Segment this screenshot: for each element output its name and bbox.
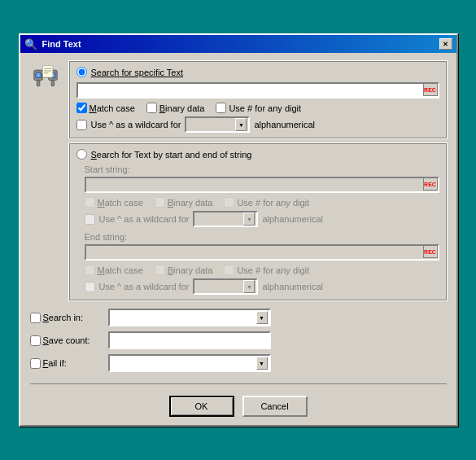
end-string-checkbox-row: Match case Binary data Use # for any dig… (85, 265, 439, 275)
separator (30, 383, 447, 384)
start-wildcard-combo-arrow: ▼ (243, 212, 255, 226)
search-in-combo-arrow[interactable]: ▼ (256, 311, 268, 324)
end-string-input-row: REC (85, 244, 439, 261)
title-bar-text: 🔍 Find Text (24, 38, 81, 50)
end-use-hash-label: Use # for any digit (237, 265, 309, 275)
search-in-row: Search in: ▼ (30, 309, 447, 326)
button-row: OK Cancel (30, 391, 447, 417)
search-in-checkbox[interactable] (30, 313, 41, 323)
start-binary-data-label: Binary data (168, 198, 213, 208)
start-use-hash-item: Use # for any digit (224, 197, 309, 208)
fail-if-label: Fail if: (43, 358, 67, 368)
specific-text-input-row: REC (76, 82, 439, 99)
start-string-label: Start string: (85, 164, 439, 174)
dialog-title: Find Text (42, 39, 81, 49)
svg-rect-3 (37, 81, 40, 86)
end-wildcard-combo-arrow: ▼ (243, 280, 255, 293)
start-use-hash-label: Use # for any digit (237, 198, 309, 208)
svg-point-5 (35, 72, 41, 78)
end-wildcard-suffix: alphanumerical (262, 282, 323, 291)
end-wildcard-combo: ▼ (193, 278, 258, 295)
title-bar: 🔍 Find Text (20, 35, 456, 53)
fail-if-combo-arrow[interactable]: ▼ (256, 357, 268, 370)
specific-wildcard-combo[interactable]: ▼ (185, 116, 250, 133)
specific-binary-data-item: Binary data (146, 103, 205, 113)
specific-binary-data-checkbox[interactable] (146, 103, 157, 113)
start-wildcard-label: Use ^ as a wildcard for (99, 214, 190, 224)
specific-match-case-item: Match case (76, 103, 135, 113)
specific-binary-data-label: Binary data (159, 103, 205, 113)
content-column: Search for specific Text REC Match case (69, 61, 447, 305)
end-string-rec-btn[interactable]: REC (423, 245, 438, 258)
save-count-input[interactable] (108, 331, 271, 349)
specific-use-hash-checkbox[interactable] (216, 103, 226, 113)
fail-if-row: Fail if: ▼ (30, 354, 447, 372)
start-end-radio[interactable] (76, 149, 87, 160)
fail-if-combo[interactable]: ▼ (108, 354, 271, 372)
end-match-case-item: Match case (85, 265, 143, 275)
specific-use-hash-label: Use # for any digit (229, 103, 301, 113)
fail-if-label-group: Fail if: (30, 358, 103, 369)
start-match-case-checkbox[interactable] (85, 197, 95, 208)
end-match-case-label: Match case (98, 265, 143, 275)
start-use-hash-checkbox[interactable] (224, 197, 234, 208)
title-icon: 🔍 (24, 38, 37, 50)
start-wildcard-combo: ▼ (193, 211, 258, 227)
end-wildcard-row: Use ^ as a wildcard for ▼ alphanumerical (85, 278, 439, 295)
section-start-end-text: Search for Text by start and end of stri… (69, 143, 447, 300)
end-binary-data-label: Binary data (168, 265, 213, 275)
save-count-checkbox[interactable] (30, 335, 41, 346)
search-in-label-group: Search in: (30, 313, 103, 323)
main-layout: Search for specific Text REC Match case (30, 61, 447, 305)
find-text-dialog: 🔍 Find Text (19, 33, 458, 427)
specific-text-rec-btn[interactable]: REC (423, 83, 438, 96)
start-wildcard-checkbox[interactable] (85, 214, 95, 225)
start-match-case-item: Match case (85, 197, 143, 208)
search-in-label: Search in: (43, 313, 84, 322)
end-rec-label: REC (424, 249, 436, 255)
specific-wildcard-checkbox[interactable] (76, 120, 87, 130)
start-end-radio-row: Search for Text by start and end of stri… (76, 149, 439, 160)
save-count-label-group: Save count: (30, 335, 103, 346)
section-specific-text: Search for specific Text REC Match case (69, 61, 447, 138)
start-wildcard-row: Use ^ as a wildcard for ▼ alphanumerical (85, 211, 439, 227)
end-use-hash-item: Use # for any digit (224, 265, 309, 275)
start-string-input[interactable] (85, 177, 439, 193)
start-end-radio-label[interactable]: Search for Text by start and end of stri… (91, 150, 252, 160)
specific-wildcard-combo-arrow[interactable]: ▼ (235, 118, 247, 131)
start-match-case-label: Match case (98, 198, 143, 208)
end-string-input[interactable] (85, 244, 439, 261)
end-wildcard-checkbox[interactable] (85, 282, 95, 292)
search-in-combo[interactable]: ▼ (108, 309, 271, 326)
save-count-label: Save count: (43, 335, 90, 345)
fail-if-checkbox[interactable] (30, 358, 41, 369)
end-wildcard-label: Use ^ as a wildcard for (99, 282, 190, 291)
specific-use-hash-item: Use # for any digit (216, 103, 301, 113)
specific-wildcard-label: Use ^ as a wildcard for (91, 120, 181, 129)
specific-wildcard-suffix: alphanumerical (254, 120, 315, 129)
close-button[interactable] (439, 38, 452, 50)
cancel-button[interactable]: Cancel (242, 396, 308, 417)
start-string-group: Start string: REC Match case (85, 164, 439, 227)
end-binary-data-checkbox[interactable] (155, 265, 165, 275)
specific-match-case-label: Match case (90, 103, 135, 113)
start-binary-data-checkbox[interactable] (155, 197, 165, 208)
ok-button[interactable]: OK (169, 396, 234, 417)
specific-text-radio-row: Search for specific Text (76, 67, 439, 77)
icon-column (30, 61, 61, 90)
svg-rect-7 (42, 66, 52, 77)
specific-match-case-checkbox[interactable] (76, 103, 87, 113)
specific-text-checkbox-row1: Match case Binary data Use # for any dig… (76, 103, 439, 113)
end-string-group: End string: REC Match case (85, 232, 439, 295)
end-match-case-checkbox[interactable] (85, 265, 95, 275)
specific-wildcard-row: Use ^ as a wildcard for ▼ alphanumerical (76, 116, 439, 133)
end-use-hash-checkbox[interactable] (224, 265, 234, 275)
specific-text-input[interactable] (76, 82, 439, 99)
find-text-icon (33, 64, 59, 90)
save-count-row: Save count: (30, 331, 447, 349)
start-string-rec-btn[interactable]: REC (423, 177, 438, 191)
window-body: Search for specific Text REC Match case (20, 53, 456, 425)
start-string-input-row: REC (85, 177, 439, 193)
specific-text-radio[interactable] (76, 67, 87, 77)
specific-text-radio-label[interactable]: Search for specific Text (91, 68, 184, 77)
